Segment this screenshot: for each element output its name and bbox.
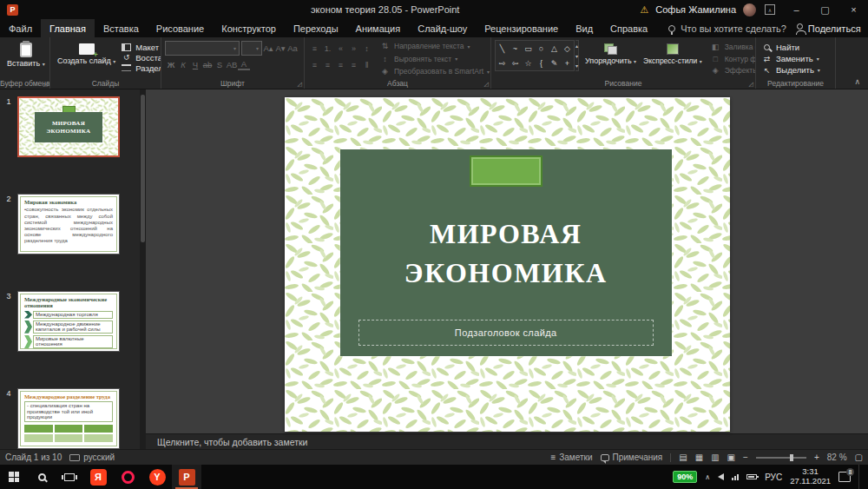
zoom-slider[interactable]	[756, 457, 806, 459]
columns-button[interactable]: ‖	[360, 59, 373, 71]
tab-view[interactable]: Вид	[567, 19, 602, 37]
taskbar-app-yandex[interactable]: Y	[142, 465, 172, 489]
slide-thumbnail-2[interactable]: Мировая экономика •совокупность экономик…	[17, 194, 120, 254]
slide-thumbnail-4[interactable]: Международное разделение труда - специал…	[17, 388, 120, 449]
align-right-button[interactable]: ≡	[334, 59, 347, 71]
numbering-button[interactable]: 1.	[321, 43, 334, 55]
section-button[interactable]: Раздел▾	[119, 63, 161, 73]
shape-icon[interactable]: ◇	[561, 41, 574, 56]
scroll-up-icon[interactable]: ▴	[575, 43, 578, 49]
shape-icon[interactable]: +	[561, 56, 574, 70]
zoom-level[interactable]: 82 %	[827, 453, 847, 462]
shape-fill-button[interactable]: ◧ Заливка фигуры▾	[708, 42, 756, 52]
slideshow-view-button[interactable]: ▣	[727, 453, 735, 462]
font-color-button[interactable]: А	[238, 59, 250, 70]
shape-icon[interactable]: ✎	[548, 56, 561, 70]
collapse-ribbon-icon[interactable]: ∧	[854, 77, 860, 86]
font-dialog-launcher-icon[interactable]: ◿	[298, 81, 302, 88]
taskbar-app-powerpoint[interactable]: P	[172, 465, 201, 489]
shape-icon[interactable]: ☆	[522, 56, 535, 70]
shrink-font-button[interactable]: А▾	[274, 42, 286, 56]
shape-icon[interactable]: ╲	[496, 41, 509, 56]
zoom-slider-knob[interactable]	[790, 454, 793, 461]
gallery-more-icon[interactable]: ▾	[575, 63, 578, 69]
slide-sorter-view-button[interactable]: ▦	[695, 453, 703, 462]
bullets-button[interactable]: ≡	[308, 43, 321, 55]
drawing-dialog-launcher-icon[interactable]: ◿	[749, 81, 753, 88]
show-desktop-button[interactable]	[858, 465, 863, 489]
battery-percent-widget[interactable]: 90%	[673, 471, 697, 483]
replace-button[interactable]: ⇄ Заменить▾	[760, 53, 822, 64]
align-justify-button[interactable]: ≡	[347, 59, 360, 71]
reset-slide-button[interactable]: ↺ Восстановить	[119, 52, 161, 63]
notes-pane[interactable]: Щелкните, чтобы добавить заметки	[146, 433, 868, 449]
network-icon[interactable]	[732, 474, 739, 480]
action-center-icon[interactable]: 8	[838, 472, 851, 482]
change-case-button[interactable]: Аа	[286, 42, 299, 56]
accent-rectangle[interactable]	[470, 155, 542, 187]
maximize-button[interactable]: ▢	[811, 0, 839, 19]
align-text-button[interactable]: ↕ Выровнять текст▾	[378, 54, 491, 64]
language-indicator[interactable]: русский	[69, 453, 115, 462]
task-view-button[interactable]	[56, 465, 83, 489]
tab-insert[interactable]: Вставка	[95, 19, 148, 37]
start-button[interactable]	[0, 465, 28, 489]
share-button[interactable]: Поделиться	[786, 19, 868, 37]
text-direction-button[interactable]: ⇅ Направление текста▾	[378, 41, 491, 51]
strikethrough-button[interactable]: ab	[201, 58, 214, 72]
shapes-gallery-scroll[interactable]: ▴ ▾ ▾	[575, 40, 579, 71]
align-left-button[interactable]: ≡	[308, 59, 321, 71]
tab-animations[interactable]: Анимация	[347, 19, 410, 37]
volume-icon[interactable]	[718, 473, 724, 480]
tab-file[interactable]: Файл	[0, 19, 41, 37]
shape-effects-button[interactable]: ◈ Эффекты фигуры▾	[708, 65, 756, 76]
tab-home[interactable]: Главная	[41, 19, 95, 37]
tab-draw[interactable]: Рисование	[148, 19, 213, 37]
font-size-select[interactable]: ▾	[241, 41, 262, 56]
align-center-button[interactable]: ≡	[321, 59, 334, 71]
slide-thumbnail-3[interactable]: Международные экономические отношения Ме…	[17, 291, 120, 352]
bold-button[interactable]: Ж	[165, 58, 177, 72]
select-button[interactable]: ↖ Выделить▾	[760, 64, 822, 76]
italic-button[interactable]: К	[177, 58, 189, 72]
tell-me-search[interactable]: Что вы хотите сделать?	[668, 19, 786, 37]
scroll-down-icon[interactable]: ▾	[575, 53, 578, 59]
scrollbar-thumb[interactable]	[141, 95, 145, 242]
close-button[interactable]: ×	[839, 0, 868, 19]
shape-icon[interactable]: ~	[509, 41, 522, 56]
battery-icon[interactable]	[746, 474, 757, 479]
find-button[interactable]: Найти	[760, 42, 822, 53]
quick-styles-button[interactable]: Экспресс-стили ▾	[640, 40, 706, 77]
layout-button[interactable]: Макет▾	[119, 42, 161, 52]
tab-design[interactable]: Конструктор	[213, 19, 285, 37]
paragraph-dialog-launcher-icon[interactable]: ◿	[484, 81, 489, 88]
shape-icon[interactable]: {	[535, 56, 548, 70]
taskbar-search-button[interactable]	[28, 465, 56, 489]
shape-outline-button[interactable]: □ Контур фигуры▾	[708, 54, 756, 64]
font-name-select[interactable]: ▾	[165, 41, 240, 56]
slide-subtitle-placeholder[interactable]: Подзаголовок слайда	[358, 320, 654, 346]
notes-toggle-button[interactable]: ≡ Заметки	[550, 453, 592, 462]
shape-icon[interactable]: ○	[535, 41, 548, 56]
tab-slideshow[interactable]: Слайд-шоу	[409, 19, 476, 37]
comments-toggle-button[interactable]: Примечания	[601, 453, 663, 462]
hidden-icons-chevron-icon[interactable]: ∧	[705, 473, 710, 481]
decrease-indent-button[interactable]: «	[334, 43, 347, 55]
ribbon-display-options-icon[interactable]: ∧	[765, 4, 775, 15]
shape-icon[interactable]: ▭	[522, 41, 535, 56]
reading-view-button[interactable]: ▥	[711, 453, 719, 462]
tab-transitions[interactable]: Переходы	[285, 19, 347, 37]
clock[interactable]: 3:31 27.11.2021	[790, 467, 831, 486]
paste-button[interactable]: Вставить ▾	[3, 40, 49, 77]
minimize-button[interactable]: –	[782, 0, 811, 19]
slide-thumbnail-1[interactable]: МИРОВАЯ ЭКОНОМИКА	[17, 96, 120, 157]
shape-icon[interactable]: △	[548, 41, 561, 56]
avatar[interactable]	[743, 3, 756, 17]
shape-icon[interactable]: ⇦	[509, 56, 522, 70]
underline-button[interactable]: Ч	[189, 58, 201, 72]
zoom-out-button[interactable]: −	[743, 453, 748, 462]
character-spacing-button[interactable]: АВ	[226, 58, 238, 72]
line-spacing-button[interactable]: ↕	[360, 43, 373, 55]
convert-smartart-button[interactable]: ◈ Преобразовать в SmartArt▾	[378, 66, 491, 76]
warning-icon[interactable]: ⚠	[640, 4, 648, 16]
